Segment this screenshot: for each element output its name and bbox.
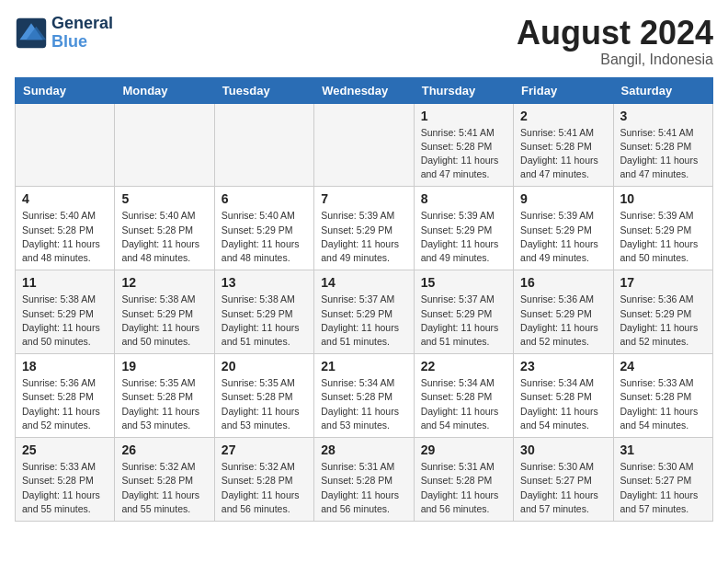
day-number: 13 xyxy=(222,275,307,290)
day-detail: Sunrise: 5:30 AMSunset: 5:27 PMDaylight:… xyxy=(620,460,706,516)
calendar-cell: 29Sunrise: 5:31 AMSunset: 5:28 PMDayligh… xyxy=(414,438,513,522)
calendar-cell xyxy=(16,103,115,187)
calendar-cell: 28Sunrise: 5:31 AMSunset: 5:28 PMDayligh… xyxy=(314,438,414,522)
day-number: 3 xyxy=(620,109,706,123)
title-block: August 2024 Bangil, Indonesia xyxy=(517,15,713,68)
day-detail: Sunrise: 5:40 AMSunset: 5:28 PMDaylight:… xyxy=(121,209,207,265)
calendar-cell: 25Sunrise: 5:33 AMSunset: 5:28 PMDayligh… xyxy=(16,438,115,522)
day-number: 24 xyxy=(620,359,706,373)
calendar-cell: 17Sunrise: 5:36 AMSunset: 5:29 PMDayligh… xyxy=(613,270,712,354)
day-detail: Sunrise: 5:34 AMSunset: 5:28 PMDaylight:… xyxy=(421,376,506,432)
day-number: 12 xyxy=(121,275,207,290)
day-number: 19 xyxy=(121,359,207,373)
day-detail: Sunrise: 5:36 AMSunset: 5:28 PMDaylight:… xyxy=(22,376,108,432)
weekday-header-sunday: Sunday xyxy=(16,77,115,103)
day-detail: Sunrise: 5:36 AMSunset: 5:29 PMDaylight:… xyxy=(620,293,706,349)
day-detail: Sunrise: 5:36 AMSunset: 5:29 PMDaylight:… xyxy=(520,293,606,349)
day-number: 4 xyxy=(22,191,108,206)
day-detail: Sunrise: 5:39 AMSunset: 5:29 PMDaylight:… xyxy=(321,209,406,265)
month-year-title: August 2024 xyxy=(517,15,713,52)
day-number: 8 xyxy=(421,191,506,206)
day-detail: Sunrise: 5:38 AMSunset: 5:29 PMDaylight:… xyxy=(222,293,307,349)
day-number: 22 xyxy=(421,359,506,373)
day-number: 30 xyxy=(520,442,606,457)
calendar-cell: 6Sunrise: 5:40 AMSunset: 5:29 PMDaylight… xyxy=(214,187,313,270)
calendar-cell: 4Sunrise: 5:40 AMSunset: 5:28 PMDaylight… xyxy=(16,187,115,270)
calendar-week-row: 25Sunrise: 5:33 AMSunset: 5:28 PMDayligh… xyxy=(16,438,713,522)
calendar-cell: 12Sunrise: 5:38 AMSunset: 5:29 PMDayligh… xyxy=(115,270,214,354)
day-number: 9 xyxy=(520,191,606,206)
day-detail: Sunrise: 5:31 AMSunset: 5:28 PMDaylight:… xyxy=(321,460,406,516)
day-number: 27 xyxy=(222,442,307,457)
calendar-cell xyxy=(214,103,313,187)
calendar-cell xyxy=(115,103,214,187)
day-number: 1 xyxy=(421,109,506,123)
day-detail: Sunrise: 5:33 AMSunset: 5:28 PMDaylight:… xyxy=(620,376,706,432)
calendar-cell: 7Sunrise: 5:39 AMSunset: 5:29 PMDaylight… xyxy=(314,187,414,270)
day-number: 23 xyxy=(520,359,606,373)
day-detail: Sunrise: 5:34 AMSunset: 5:28 PMDaylight:… xyxy=(321,376,406,432)
day-detail: Sunrise: 5:35 AMSunset: 5:28 PMDaylight:… xyxy=(222,376,307,432)
calendar-cell xyxy=(314,103,414,187)
day-detail: Sunrise: 5:41 AMSunset: 5:28 PMDaylight:… xyxy=(421,126,506,182)
calendar-cell: 26Sunrise: 5:32 AMSunset: 5:28 PMDayligh… xyxy=(115,438,214,522)
calendar-cell: 9Sunrise: 5:39 AMSunset: 5:29 PMDaylight… xyxy=(514,187,613,270)
day-number: 11 xyxy=(22,275,108,290)
calendar-cell: 8Sunrise: 5:39 AMSunset: 5:29 PMDaylight… xyxy=(414,187,513,270)
logo-icon xyxy=(15,17,48,50)
calendar-cell: 13Sunrise: 5:38 AMSunset: 5:29 PMDayligh… xyxy=(214,270,313,354)
day-detail: Sunrise: 5:30 AMSunset: 5:27 PMDaylight:… xyxy=(520,460,606,516)
day-number: 28 xyxy=(321,442,406,457)
day-number: 5 xyxy=(121,191,207,206)
calendar-cell: 3Sunrise: 5:41 AMSunset: 5:28 PMDaylight… xyxy=(613,103,712,187)
calendar-cell: 2Sunrise: 5:41 AMSunset: 5:28 PMDaylight… xyxy=(514,103,613,187)
calendar-cell: 24Sunrise: 5:33 AMSunset: 5:28 PMDayligh… xyxy=(613,354,712,438)
logo: General Blue xyxy=(15,15,113,52)
weekday-header-friday: Friday xyxy=(514,77,613,103)
calendar-week-row: 11Sunrise: 5:38 AMSunset: 5:29 PMDayligh… xyxy=(16,270,713,354)
calendar-cell: 14Sunrise: 5:37 AMSunset: 5:29 PMDayligh… xyxy=(314,270,414,354)
day-number: 16 xyxy=(520,275,606,290)
calendar-cell: 20Sunrise: 5:35 AMSunset: 5:28 PMDayligh… xyxy=(214,354,313,438)
day-detail: Sunrise: 5:40 AMSunset: 5:29 PMDaylight:… xyxy=(222,209,307,265)
calendar-cell: 31Sunrise: 5:30 AMSunset: 5:27 PMDayligh… xyxy=(613,438,712,522)
calendar-cell: 22Sunrise: 5:34 AMSunset: 5:28 PMDayligh… xyxy=(414,354,513,438)
weekday-header-row: SundayMondayTuesdayWednesdayThursdayFrid… xyxy=(16,77,713,103)
calendar-cell: 23Sunrise: 5:34 AMSunset: 5:28 PMDayligh… xyxy=(514,354,613,438)
calendar-cell: 30Sunrise: 5:30 AMSunset: 5:27 PMDayligh… xyxy=(514,438,613,522)
calendar-cell: 11Sunrise: 5:38 AMSunset: 5:29 PMDayligh… xyxy=(16,270,115,354)
calendar-cell: 5Sunrise: 5:40 AMSunset: 5:28 PMDaylight… xyxy=(115,187,214,270)
calendar-week-row: 18Sunrise: 5:36 AMSunset: 5:28 PMDayligh… xyxy=(16,354,713,438)
day-detail: Sunrise: 5:38 AMSunset: 5:29 PMDaylight:… xyxy=(22,293,108,349)
weekday-header-monday: Monday xyxy=(115,77,214,103)
day-detail: Sunrise: 5:31 AMSunset: 5:28 PMDaylight:… xyxy=(421,460,506,516)
calendar-cell: 27Sunrise: 5:32 AMSunset: 5:28 PMDayligh… xyxy=(214,438,313,522)
weekday-header-thursday: Thursday xyxy=(414,77,513,103)
day-detail: Sunrise: 5:34 AMSunset: 5:28 PMDaylight:… xyxy=(520,376,606,432)
calendar-week-row: 1Sunrise: 5:41 AMSunset: 5:28 PMDaylight… xyxy=(16,103,713,187)
day-detail: Sunrise: 5:37 AMSunset: 5:29 PMDaylight:… xyxy=(321,293,406,349)
weekday-header-saturday: Saturday xyxy=(613,77,712,103)
day-detail: Sunrise: 5:35 AMSunset: 5:28 PMDaylight:… xyxy=(121,376,207,432)
day-detail: Sunrise: 5:39 AMSunset: 5:29 PMDaylight:… xyxy=(520,209,606,265)
calendar-cell: 16Sunrise: 5:36 AMSunset: 5:29 PMDayligh… xyxy=(514,270,613,354)
day-number: 21 xyxy=(321,359,406,373)
day-detail: Sunrise: 5:33 AMSunset: 5:28 PMDaylight:… xyxy=(22,460,108,516)
day-number: 31 xyxy=(620,442,706,457)
day-detail: Sunrise: 5:40 AMSunset: 5:28 PMDaylight:… xyxy=(22,209,108,265)
day-number: 6 xyxy=(222,191,307,206)
day-number: 25 xyxy=(22,442,108,457)
day-detail: Sunrise: 5:41 AMSunset: 5:28 PMDaylight:… xyxy=(620,126,706,182)
day-detail: Sunrise: 5:39 AMSunset: 5:29 PMDaylight:… xyxy=(620,209,706,265)
day-number: 10 xyxy=(620,191,706,206)
day-detail: Sunrise: 5:41 AMSunset: 5:28 PMDaylight:… xyxy=(520,126,606,182)
day-detail: Sunrise: 5:39 AMSunset: 5:29 PMDaylight:… xyxy=(421,209,506,265)
calendar-week-row: 4Sunrise: 5:40 AMSunset: 5:28 PMDaylight… xyxy=(16,187,713,270)
calendar-table: SundayMondayTuesdayWednesdayThursdayFrid… xyxy=(15,77,713,522)
calendar-cell: 18Sunrise: 5:36 AMSunset: 5:28 PMDayligh… xyxy=(16,354,115,438)
weekday-header-wednesday: Wednesday xyxy=(314,77,414,103)
calendar-cell: 1Sunrise: 5:41 AMSunset: 5:28 PMDaylight… xyxy=(414,103,513,187)
location-subtitle: Bangil, Indonesia xyxy=(517,52,713,68)
day-number: 29 xyxy=(421,442,506,457)
day-number: 18 xyxy=(22,359,108,373)
